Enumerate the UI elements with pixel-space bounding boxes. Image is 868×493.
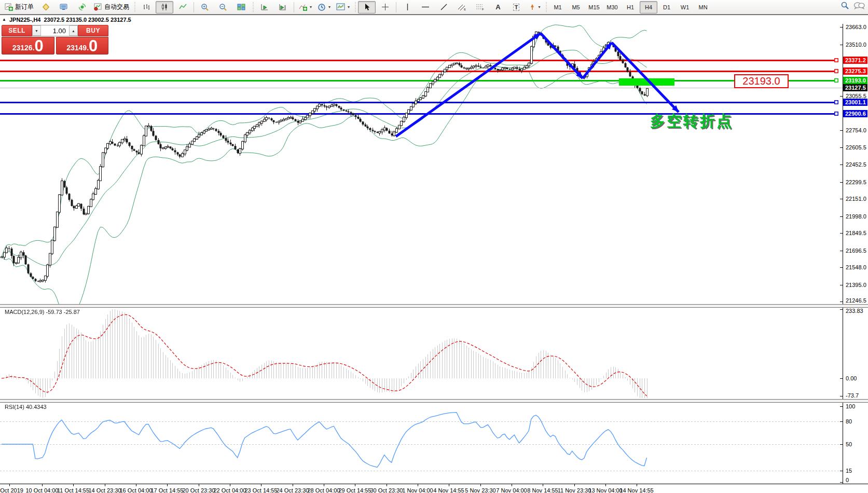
- rsi-pane: 1008050150 RSI(14) 40.4343: [0, 403, 868, 484]
- time-tick: [324, 484, 324, 486]
- price-level-badge: 22900.6: [843, 110, 867, 117]
- hline-tool-button[interactable]: [417, 1, 434, 13]
- terminal-button[interactable]: [55, 1, 73, 13]
- text-tool-button[interactable]: A: [489, 1, 507, 13]
- price-tick-label: 21395.0: [846, 282, 866, 289]
- templates-button[interactable]: ▾: [334, 1, 352, 13]
- label-tool-button[interactable]: T: [507, 1, 525, 13]
- time-tick: [387, 484, 387, 486]
- rsi-tick-label: 0: [846, 477, 849, 484]
- auto-scroll-button[interactable]: [256, 1, 273, 13]
- timeframe-d1-button[interactable]: D1: [658, 1, 676, 13]
- new-order-label: 新订单: [15, 3, 34, 11]
- indicators-button[interactable]: ▾: [296, 1, 314, 13]
- strategy-tester-button[interactable]: [73, 1, 91, 13]
- time-label: 28 Oct 04:00: [308, 487, 340, 493]
- chart-shift-button[interactable]: [274, 1, 292, 13]
- zoom-in-button[interactable]: [196, 1, 214, 13]
- new-order-button[interactable]: 新订单: [2, 1, 36, 13]
- time-label: 17 Oct 14:55: [151, 487, 184, 493]
- time-tick: [449, 484, 449, 486]
- chart-symbol-period: JPN225-,H4: [9, 17, 41, 23]
- cursor-tool-button[interactable]: [358, 1, 376, 13]
- time-label: 13 Nov 04:00: [588, 487, 622, 493]
- macd-tick-label: 0.00: [846, 375, 857, 382]
- price-tick-label: 21849.5: [846, 230, 866, 237]
- pane-splitter[interactable]: [0, 304, 868, 308]
- time-tick: [480, 484, 481, 486]
- time-label: 11 Nov 23:30: [558, 487, 591, 493]
- time-tick: [512, 484, 512, 486]
- timeframe-label: M5: [572, 4, 580, 10]
- timeframe-h1-button[interactable]: H1: [622, 1, 639, 13]
- timeframe-m5-button[interactable]: M5: [567, 1, 585, 13]
- arrows-icon: [529, 3, 536, 11]
- toolbar-grip: [354, 2, 356, 12]
- zoom-out-button[interactable]: [214, 1, 232, 13]
- timeframe-w1-button[interactable]: W1: [676, 1, 694, 13]
- dropdown-caret: ▾: [310, 5, 312, 9]
- time-tick: [293, 484, 293, 486]
- rsi-chart-canvas[interactable]: [0, 403, 843, 484]
- macd-chart-canvas[interactable]: [0, 308, 843, 399]
- sell-price[interactable]: 23126.0: [2, 37, 54, 54]
- chart-caption: ▲ JPN225-,H4 23072.5 23135.0 23002.5 231…: [0, 15, 868, 24]
- timeframe-m15-button[interactable]: M15: [585, 1, 603, 13]
- svg-text:F: F: [482, 8, 484, 11]
- timeframe-label: H1: [627, 4, 634, 10]
- time-label: 7 Nov 04:00: [496, 487, 527, 493]
- price-chart-canvas[interactable]: [0, 24, 843, 304]
- toolbar-grip: [133, 2, 136, 12]
- macd-axis[interactable]: 233.830.00-73.7: [843, 308, 868, 399]
- chart-ohlc-values: 23072.5 23135.0 23002.5 23127.5: [44, 17, 131, 23]
- trendline-tool-button[interactable]: [435, 1, 452, 13]
- timeframe-m30-button[interactable]: M30: [603, 1, 621, 13]
- price-level-badge: 23275.3: [843, 67, 867, 75]
- dropdown-caret: ▾: [348, 5, 350, 9]
- rsi-axis[interactable]: 1008050150: [843, 403, 868, 484]
- time-label: 24 Oct 23:30: [277, 487, 309, 493]
- indicators-icon: [299, 3, 307, 11]
- price-axis[interactable]: 23663.023510.023055.522754.022605.522452…: [843, 24, 868, 304]
- time-label: 30 Oct 23:30: [370, 487, 403, 493]
- macd-tick-label: 233.83: [846, 308, 863, 314]
- timeframe-m1-button[interactable]: M1: [549, 1, 567, 13]
- price-annotation-box[interactable]: 23193.0: [734, 74, 789, 88]
- time-tick: [105, 484, 105, 486]
- time-tick: [418, 484, 418, 486]
- buy-price-frac: 0: [89, 39, 98, 53]
- candle-chart-button[interactable]: [156, 1, 173, 13]
- turning-point-note[interactable]: 多空转折点: [650, 111, 733, 132]
- time-axis[interactable]: 8 Oct 201910 Oct 04:0011 Oct 14:5514 Oct…: [0, 484, 868, 493]
- volume-decrease-button[interactable]: ▼: [32, 25, 41, 36]
- autotrading-button[interactable]: 自动交易: [91, 1, 132, 13]
- timeframe-label: M1: [554, 4, 561, 10]
- vline-tool-button[interactable]: [398, 1, 416, 13]
- price-tick-label: 21696.5: [846, 248, 866, 254]
- equidistant-channel-icon: E: [458, 3, 466, 11]
- fibonacci-tool-button[interactable]: F: [471, 1, 489, 13]
- collapse-icon[interactable]: ▲: [2, 17, 6, 22]
- time-tick: [543, 484, 543, 486]
- crosshair-tool-button[interactable]: [376, 1, 394, 13]
- buy-price[interactable]: 23149.0: [56, 37, 109, 54]
- tile-windows-button[interactable]: [232, 1, 250, 13]
- metaeditor-button[interactable]: [37, 1, 54, 13]
- chat-icon[interactable]: [853, 2, 865, 10]
- timeframe-mn-button[interactable]: MN: [694, 1, 712, 13]
- periods-button[interactable]: ▾: [315, 1, 333, 13]
- line-chart-button[interactable]: [174, 1, 191, 13]
- bar-chart-button[interactable]: [137, 1, 155, 13]
- arrows-tool-button[interactable]: ▾: [526, 1, 543, 13]
- periods-clock-icon: [318, 3, 326, 11]
- volume-increase-button[interactable]: ▲: [69, 25, 78, 36]
- timeframe-h4-button[interactable]: H4: [640, 1, 657, 13]
- search-icon[interactable]: [841, 1, 849, 10]
- pane-splitter[interactable]: [0, 399, 868, 403]
- time-tick: [637, 484, 637, 486]
- toolbar-separator: [396, 2, 396, 12]
- channel-tool-button[interactable]: E: [453, 1, 471, 13]
- volume-input[interactable]: 1.00: [41, 25, 69, 36]
- sell-button[interactable]: SELL: [2, 25, 32, 36]
- buy-button[interactable]: BUY: [78, 25, 108, 36]
